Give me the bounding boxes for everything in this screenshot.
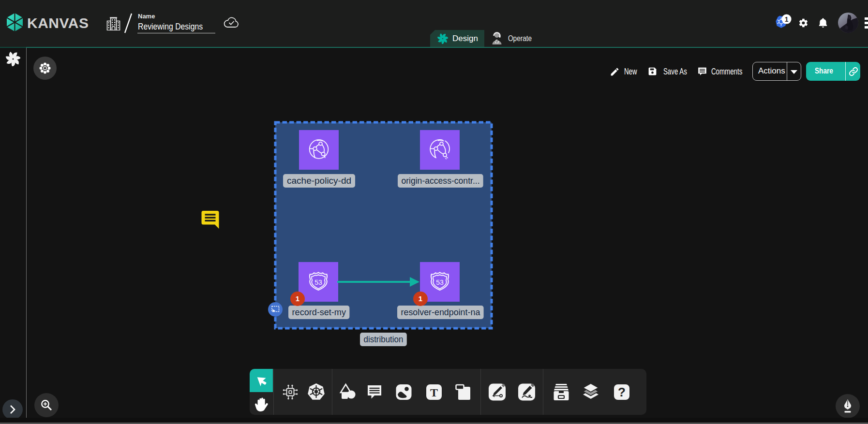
svg-text:?: ? [618,385,626,399]
svg-text:T: T [430,386,438,399]
svg-text:53: 53 [436,278,444,286]
svg-text:1: 1 [785,15,789,23]
